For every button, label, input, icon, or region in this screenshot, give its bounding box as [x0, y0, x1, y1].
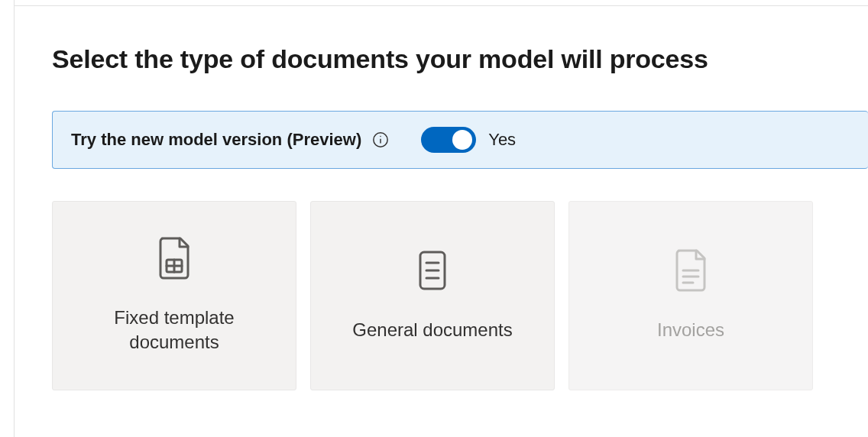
- card-label: General documents: [352, 318, 512, 342]
- invoice-document-icon: [673, 249, 708, 292]
- svg-point-2: [381, 136, 381, 137]
- preview-banner: Try the new model version (Preview) Yes: [52, 111, 868, 169]
- card-fixed-template-documents[interactable]: Fixed template documents: [52, 201, 296, 390]
- main-content: Select the type of documents your model …: [0, 6, 868, 390]
- general-document-icon: [415, 249, 450, 292]
- document-type-cards: Fixed template documents General documen…: [52, 201, 868, 390]
- page-title: Select the type of documents your model …: [52, 44, 868, 74]
- card-label: Fixed template documents: [68, 306, 280, 355]
- card-invoices[interactable]: Invoices: [568, 201, 813, 390]
- toggle-knob: [452, 130, 472, 150]
- card-general-documents[interactable]: General documents: [310, 201, 555, 390]
- left-divider: [14, 0, 15, 437]
- preview-banner-label: Try the new model version (Preview): [71, 130, 361, 150]
- info-icon[interactable]: [372, 131, 389, 148]
- preview-toggle[interactable]: [421, 127, 476, 153]
- preview-toggle-group: Yes: [421, 127, 516, 153]
- fixed-template-document-icon: [157, 237, 192, 280]
- top-divider: [14, 0, 868, 6]
- preview-toggle-state: Yes: [488, 130, 516, 150]
- card-label: Invoices: [657, 318, 724, 342]
